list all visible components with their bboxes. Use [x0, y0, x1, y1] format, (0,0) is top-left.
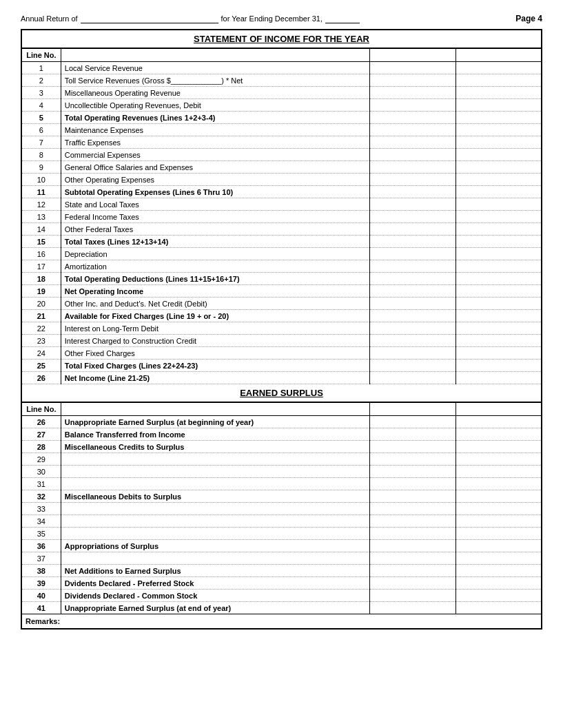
- value-col2[interactable]: [455, 565, 542, 577]
- value-col1[interactable]: [369, 515, 455, 528]
- value-col1[interactable]: [369, 453, 455, 466]
- value-col1[interactable]: [369, 87, 455, 99]
- value-col1[interactable]: [369, 223, 455, 236]
- surplus-row-34-8: 34: [21, 515, 542, 528]
- value-col1[interactable]: [369, 416, 455, 428]
- value-col1[interactable]: [369, 528, 455, 540]
- row-label: Toll Service Revenues (Gross $__________…: [61, 74, 369, 87]
- value-col1[interactable]: [369, 62, 455, 74]
- value-col2[interactable]: [455, 540, 542, 552]
- value-col2[interactable]: [455, 416, 542, 428]
- value-col1[interactable]: [369, 161, 455, 174]
- value-col2[interactable]: [455, 298, 542, 310]
- value-col1[interactable]: [369, 310, 455, 322]
- value-col1[interactable]: [369, 112, 455, 124]
- for-year-label: for Year Ending December 31,: [221, 14, 323, 23]
- row-label: Net Additions to Earned Surplus: [61, 565, 369, 577]
- value-col2[interactable]: [455, 174, 542, 186]
- value-col2[interactable]: [455, 211, 542, 223]
- value-col2[interactable]: [455, 428, 542, 441]
- value-col2[interactable]: [455, 347, 542, 360]
- value-col2[interactable]: [455, 74, 542, 87]
- value-col2[interactable]: [455, 273, 542, 285]
- line-no: 11: [21, 186, 61, 198]
- value-col2[interactable]: [455, 322, 542, 335]
- value-col1[interactable]: [369, 335, 455, 347]
- value-col1[interactable]: [369, 174, 455, 186]
- value-col1[interactable]: [369, 298, 455, 310]
- value-col2[interactable]: [455, 248, 542, 260]
- value-col1[interactable]: [369, 577, 455, 590]
- value-col1[interactable]: [369, 602, 455, 614]
- value-col2[interactable]: [455, 335, 542, 347]
- value-col2[interactable]: [455, 62, 542, 74]
- value-col1[interactable]: [369, 372, 455, 384]
- value-col2[interactable]: [455, 99, 542, 112]
- value-col1[interactable]: [369, 136, 455, 149]
- year-field[interactable]: [325, 14, 360, 23]
- value-col2[interactable]: [455, 478, 542, 490]
- value-col1[interactable]: [369, 466, 455, 478]
- value-col2[interactable]: [455, 602, 542, 614]
- value-col2[interactable]: [455, 149, 542, 161]
- line-no: 6: [21, 124, 61, 136]
- value-col1[interactable]: [369, 198, 455, 211]
- value-col1[interactable]: [369, 503, 455, 515]
- value-col1[interactable]: [369, 360, 455, 372]
- value-col2[interactable]: [455, 441, 542, 453]
- value-col1[interactable]: [369, 211, 455, 223]
- value-col2[interactable]: [455, 372, 542, 384]
- value-col1[interactable]: [369, 441, 455, 453]
- value-col1[interactable]: [369, 490, 455, 503]
- value-col2[interactable]: [455, 577, 542, 590]
- value-col2[interactable]: [455, 490, 542, 503]
- value-col2[interactable]: [455, 124, 542, 136]
- value-col1[interactable]: [369, 248, 455, 260]
- value-col2[interactable]: [455, 360, 542, 372]
- value-col1[interactable]: [369, 273, 455, 285]
- line-no: 14: [21, 223, 61, 236]
- value-col2[interactable]: [455, 453, 542, 466]
- income-row-13: 13 Federal Income Taxes: [21, 211, 542, 223]
- value-col1[interactable]: [369, 236, 455, 248]
- row-label: Total Operating Revenues (Lines 1+2+3-4): [61, 112, 369, 124]
- line-no: 27: [21, 428, 61, 441]
- value-col2[interactable]: [455, 285, 542, 298]
- value-col1[interactable]: [369, 186, 455, 198]
- value-col2[interactable]: [455, 310, 542, 322]
- value-col2[interactable]: [455, 236, 542, 248]
- value-col2[interactable]: [455, 186, 542, 198]
- value-col2[interactable]: [455, 87, 542, 99]
- value-col1[interactable]: [369, 565, 455, 577]
- value-col1[interactable]: [369, 99, 455, 112]
- value-col1[interactable]: [369, 590, 455, 602]
- value-col1[interactable]: [369, 552, 455, 565]
- annual-return-field[interactable]: [81, 14, 218, 23]
- value-col2[interactable]: [455, 590, 542, 602]
- value-col1[interactable]: [369, 478, 455, 490]
- value-col1[interactable]: [369, 540, 455, 552]
- value-col2[interactable]: [455, 552, 542, 565]
- value-col1[interactable]: [369, 149, 455, 161]
- surplus-row-35-9: 35: [21, 528, 542, 540]
- value-col1[interactable]: [369, 124, 455, 136]
- value-col2[interactable]: [455, 198, 542, 211]
- value-col2[interactable]: [455, 112, 542, 124]
- value-col2[interactable]: [455, 136, 542, 149]
- value-col1[interactable]: [369, 260, 455, 273]
- row-label: Available for Fixed Charges (Line 19 + o…: [61, 310, 369, 322]
- value-col2[interactable]: [455, 161, 542, 174]
- value-col1[interactable]: [369, 74, 455, 87]
- value-col1[interactable]: [369, 285, 455, 298]
- value-col2[interactable]: [455, 528, 542, 540]
- value-col2[interactable]: [455, 503, 542, 515]
- value-col2[interactable]: [455, 260, 542, 273]
- value-col2[interactable]: [455, 515, 542, 528]
- value-col1[interactable]: [369, 347, 455, 360]
- value-col1[interactable]: [369, 428, 455, 441]
- value-col1[interactable]: [369, 322, 455, 335]
- row-label: General Office Salaries and Expenses: [61, 161, 369, 174]
- value-col2[interactable]: [455, 466, 542, 478]
- income-row-3: 3 Miscellaneous Operating Revenue: [21, 87, 542, 99]
- value-col2[interactable]: [455, 223, 542, 236]
